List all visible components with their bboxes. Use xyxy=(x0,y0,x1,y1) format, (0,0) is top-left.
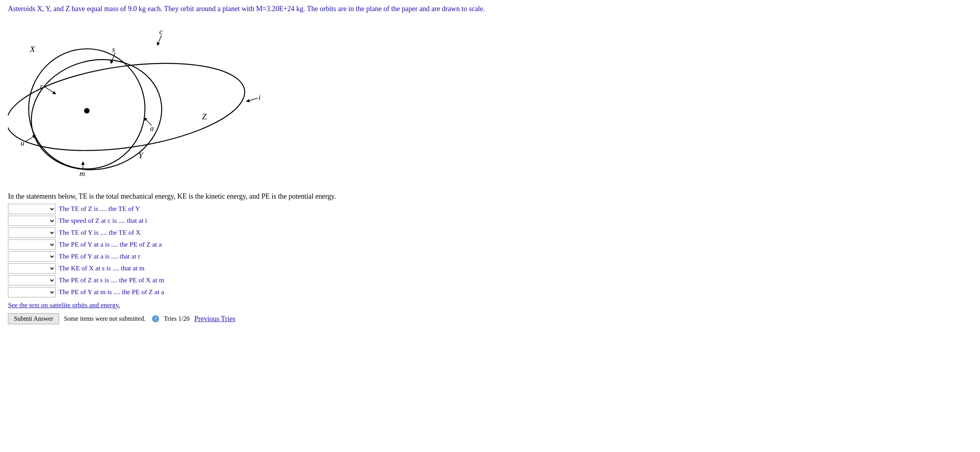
dropdown-6[interactable]: greater than equal to less than xyxy=(8,263,56,274)
svg-text:s: s xyxy=(112,45,115,54)
dropdown-label-7: The PE of Z at s is .... the PE of X at … xyxy=(59,276,164,284)
dropdown-row-1: greater than equal to less than The TE o… xyxy=(8,204,972,214)
svg-text:Y: Y xyxy=(138,151,144,160)
dropdown-label-1: The TE of Z is .... the TE of Y xyxy=(59,205,140,213)
svg-text:a: a xyxy=(150,124,154,132)
submit-button[interactable]: Submit Answer xyxy=(8,313,59,324)
dropdown-label-2: The speed of Z at c is .... that at i xyxy=(59,217,147,225)
svg-line-10 xyxy=(158,35,162,44)
dropdown-8[interactable]: greater than equal to less than xyxy=(8,287,56,297)
dropdown-row-3: greater than equal to less than The TE o… xyxy=(8,228,972,238)
tries-text: Tries 1/20 xyxy=(164,315,190,322)
svg-text:r: r xyxy=(40,82,43,90)
svg-text:u: u xyxy=(21,139,25,147)
svg-point-1 xyxy=(19,45,174,184)
problem-text: Asteroids X, Y, and Z have equal mass of… xyxy=(8,4,972,14)
svg-text:Z: Z xyxy=(202,112,207,121)
dropdown-row-2: greater than equal to less than The spee… xyxy=(8,216,972,226)
svg-text:c: c xyxy=(159,27,163,36)
dropdown-3[interactable]: greater than equal to less than xyxy=(8,228,56,238)
orbital-diagram: X Y Z s c r a i u m xyxy=(8,18,294,184)
dropdown-label-8: The PE of Y at m is .... the PE of Z at … xyxy=(59,288,164,296)
svg-line-14 xyxy=(145,119,152,126)
svg-line-18 xyxy=(25,136,35,142)
dropdown-label-3: The TE of Y is .... the TE of X xyxy=(59,229,140,237)
svg-line-12 xyxy=(44,87,54,94)
svg-text:m: m xyxy=(79,169,85,178)
dropdown-row-7: greater than equal to less than The PE o… xyxy=(8,275,972,285)
bottom-bar: Submit Answer Some items were not submit… xyxy=(8,313,972,324)
svg-point-3 xyxy=(84,108,90,114)
dropdown-4[interactable]: greater than equal to less than xyxy=(8,239,56,250)
svg-text:i: i xyxy=(259,93,261,102)
previous-tries-link[interactable]: Previous Tries xyxy=(194,315,236,323)
statements-section: greater than equal to less than The TE o… xyxy=(8,204,972,297)
help-icon[interactable]: ? xyxy=(152,315,159,322)
svg-line-16 xyxy=(248,98,257,101)
see-text-link[interactable]: See the text on sattelite orbits and ene… xyxy=(8,301,972,309)
dropdown-row-6: greater than equal to less than The KE o… xyxy=(8,263,972,274)
dropdown-label-6: The KE of X at s is .... that at m xyxy=(59,264,144,272)
svg-text:X: X xyxy=(29,44,35,54)
statements-intro: In the statements below, TE is the total… xyxy=(8,192,972,201)
dropdown-label-5: The PE of Y at a is .... that at r xyxy=(59,253,140,260)
dropdown-2[interactable]: greater than equal to less than xyxy=(8,216,56,226)
dropdown-7[interactable]: greater than equal to less than xyxy=(8,275,56,285)
status-text: Some items were not submitted. xyxy=(64,315,146,322)
dropdown-1[interactable]: greater than equal to less than xyxy=(8,204,56,214)
dropdown-row-5: greater than equal to less than The PE o… xyxy=(8,251,972,262)
dropdown-5[interactable]: greater than equal to less than xyxy=(8,251,56,262)
dropdown-row-8: greater than equal to less than The PE o… xyxy=(8,287,972,297)
dropdown-label-4: The PE of Y at a is .... the PE of Z at … xyxy=(59,241,162,249)
dropdown-row-4: greater than equal to less than The PE o… xyxy=(8,239,972,250)
